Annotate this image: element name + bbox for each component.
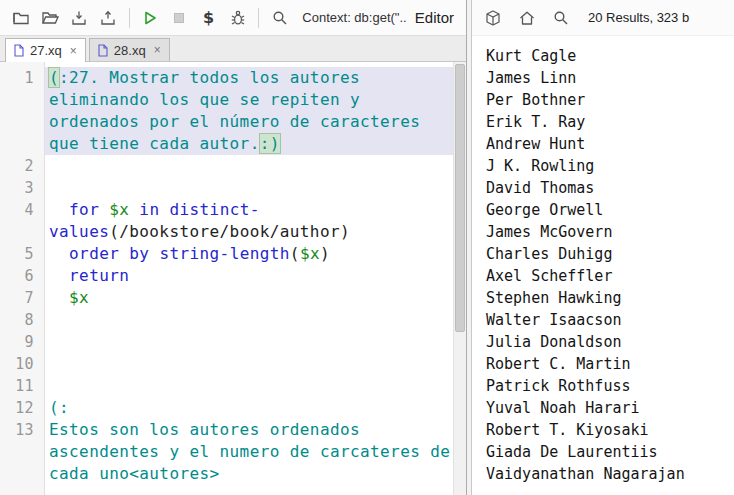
editor-tabbar: 27.xq × 28.xq × xyxy=(0,36,466,62)
code-text[interactable]: (:27. Mostrar todos los autores eliminan… xyxy=(44,67,453,155)
result-item[interactable]: Charles Duhigg xyxy=(486,243,734,265)
result-item[interactable]: James Linn xyxy=(486,67,734,89)
search-button[interactable] xyxy=(267,5,292,31)
code-text[interactable]: Estos son los autores ordenados ascenden… xyxy=(44,419,453,485)
results-list: Kurt CagleJames LinnPer BothnerErik T. R… xyxy=(472,36,734,495)
result-item[interactable]: J K. Rowling xyxy=(486,155,734,177)
line-number: 10 xyxy=(0,353,44,375)
save-icon xyxy=(70,9,88,27)
editor-scrollbar[interactable] xyxy=(453,62,466,495)
search-icon xyxy=(271,9,289,27)
export-button[interactable] xyxy=(95,5,120,31)
line-number: 9 xyxy=(0,331,44,353)
result-item[interactable]: Vaidyanathan Nagarajan xyxy=(486,463,734,485)
result-item[interactable]: Robert C. Martin xyxy=(486,353,734,375)
editor-panel: $ Context: db:get("... Editor xyxy=(0,0,467,495)
result-item[interactable]: Patrick Rothfuss xyxy=(486,375,734,397)
result-item[interactable]: Per Bothner xyxy=(486,89,734,111)
code-line[interactable]: 11 xyxy=(0,375,453,397)
stop-icon xyxy=(170,9,188,27)
result-item[interactable]: Julia Donaldson xyxy=(486,331,734,353)
tab-28xq[interactable]: 28.xq × xyxy=(89,38,170,61)
code-text[interactable] xyxy=(44,375,453,397)
result-item[interactable]: Robert T. Kiyosaki xyxy=(486,419,734,441)
code-line[interactable]: 3 xyxy=(0,177,453,199)
code-text[interactable]: $x xyxy=(44,287,453,309)
external-variables-button[interactable]: $ xyxy=(196,5,221,31)
scrollbar-thumb[interactable] xyxy=(455,64,465,332)
editor-lines[interactable]: 1(:27. Mostrar todos los autores elimina… xyxy=(0,62,453,495)
code-line[interactable]: 2 xyxy=(0,155,453,177)
tab-label: 27.xq xyxy=(30,43,62,58)
search-results-button[interactable] xyxy=(548,5,574,31)
export-icon xyxy=(99,9,117,27)
result-item[interactable]: Andrew Hunt xyxy=(486,133,734,155)
code-text[interactable]: (: xyxy=(44,397,453,419)
line-number: 4 xyxy=(0,199,44,243)
line-number: 12 xyxy=(0,397,44,419)
code-text[interactable] xyxy=(44,309,453,331)
run-button[interactable] xyxy=(138,5,163,31)
code-text[interactable] xyxy=(44,353,453,375)
code-text[interactable] xyxy=(44,177,453,199)
tab-label: 28.xq xyxy=(114,43,146,58)
code-line[interactable]: 4 for $x in distinct-values(/bookstore/b… xyxy=(0,199,453,243)
line-number: 8 xyxy=(0,309,44,331)
result-item[interactable]: Walter Isaacson xyxy=(486,309,734,331)
code-text[interactable] xyxy=(44,155,453,177)
new-file-icon xyxy=(12,9,30,27)
code-text[interactable]: for $x in distinct-values(/bookstore/boo… xyxy=(44,199,453,243)
code-line[interactable]: 12(: xyxy=(0,397,453,419)
tab-27xq[interactable]: 27.xq × xyxy=(5,38,86,62)
code-line[interactable]: 7 $x xyxy=(0,287,453,309)
dollar-icon: $ xyxy=(203,8,214,27)
editor-toolbar: $ Context: db:get("... Editor xyxy=(0,0,466,36)
code-line[interactable]: 6 return xyxy=(0,265,453,287)
code-text[interactable]: return xyxy=(44,265,453,287)
editor-panel-title: Editor xyxy=(415,9,454,26)
result-item[interactable]: Axel Scheffler xyxy=(486,265,734,287)
bug-icon xyxy=(229,9,247,27)
result-item[interactable]: Yuval Noah Harari xyxy=(486,397,734,419)
save-button[interactable] xyxy=(66,5,91,31)
home-button[interactable] xyxy=(514,5,540,31)
results-summary: 20 Results, 323 b xyxy=(588,10,689,25)
code-line[interactable]: 10 xyxy=(0,353,453,375)
result-item[interactable]: George Orwell xyxy=(486,199,734,221)
close-tab-icon[interactable]: × xyxy=(154,44,161,56)
code-line[interactable]: 1(:27. Mostrar todos los autores elimina… xyxy=(0,67,453,155)
xquery-file-icon xyxy=(13,44,25,57)
result-item[interactable]: James McGovern xyxy=(486,221,734,243)
line-number: 2 xyxy=(0,155,44,177)
code-text[interactable] xyxy=(44,331,453,353)
line-number: 13 xyxy=(0,419,44,485)
result-item[interactable]: Erik T. Ray xyxy=(486,111,734,133)
debug-button[interactable] xyxy=(225,5,250,31)
code-line[interactable]: 5 order by string-length($x) xyxy=(0,243,453,265)
line-number: 11 xyxy=(0,375,44,397)
result-item[interactable]: Giada De Laurentiis xyxy=(486,441,734,463)
open-file-button[interactable] xyxy=(37,5,62,31)
code-line[interactable]: 9 xyxy=(0,331,453,353)
new-file-button[interactable] xyxy=(8,5,33,31)
run-icon xyxy=(141,9,159,27)
basex-editor-window: $ Context: db:get("... Editor xyxy=(0,0,734,495)
result-item[interactable]: Kurt Cagle xyxy=(486,45,734,67)
package-icon xyxy=(484,9,502,27)
line-number: 1 xyxy=(0,67,44,155)
line-number: 3 xyxy=(0,177,44,199)
line-number: 6 xyxy=(0,265,44,287)
code-text[interactable]: order by string-length($x) xyxy=(44,243,453,265)
code-editor[interactable]: 1(:27. Mostrar todos los autores elimina… xyxy=(0,62,466,495)
line-number: 7 xyxy=(0,287,44,309)
result-item[interactable]: Stephen Hawking xyxy=(486,287,734,309)
home-icon xyxy=(518,9,536,27)
toolbar-separator xyxy=(258,8,259,28)
package-button[interactable] xyxy=(480,5,506,31)
stop-button[interactable] xyxy=(167,5,192,31)
toolbar-separator xyxy=(129,8,130,28)
close-tab-icon[interactable]: × xyxy=(70,45,77,57)
code-line[interactable]: 8 xyxy=(0,309,453,331)
code-line[interactable]: 13Estos son los autores ordenados ascend… xyxy=(0,419,453,485)
result-item[interactable]: David Thomas xyxy=(486,177,734,199)
